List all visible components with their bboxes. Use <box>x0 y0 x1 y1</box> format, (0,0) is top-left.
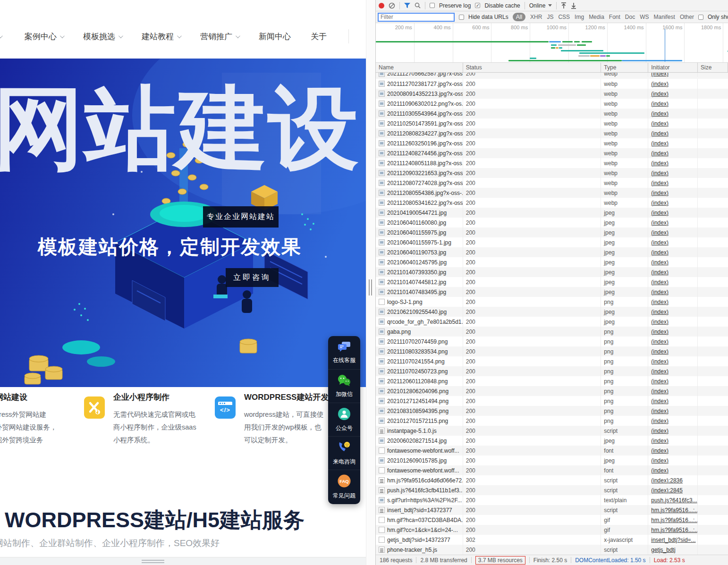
request-row[interactable]: 2021060401160080.jpg200jpeg(index) <box>376 218 728 228</box>
panel-splitter[interactable] <box>366 0 375 565</box>
request-row[interactable]: insert_bdtj?sid=14372377200scripthm.js?9… <box>376 505 728 515</box>
splitter-handle[interactable] <box>369 279 373 297</box>
contact-menu-item[interactable]: 来电咨询 <box>328 437 360 470</box>
request-initiator-link[interactable]: (index) <box>651 457 669 464</box>
request-row[interactable]: 2021112408274456.jpg?x-oss...200webp(ind… <box>376 148 728 158</box>
request-row[interactable]: 2021110803283534.png200png(index) <box>376 346 728 356</box>
request-row[interactable]: 2021060401155975.jpg200jpeg(index) <box>376 228 728 237</box>
request-row[interactable]: 2021110305543964.jpg?x-oss...200webp(ind… <box>376 109 728 118</box>
network-overview-timeline[interactable]: 200 ms400 ms600 ms800 ms1000 ms1200 ms14… <box>376 23 728 63</box>
request-row[interactable]: qrcode_for_gh_7e801a2b5d1...200jpeg(inde… <box>376 317 728 327</box>
contact-menu-item[interactable]: FAQ常见问题 <box>328 470 360 504</box>
request-initiator-link[interactable]: push.js?6416fc3... <box>651 497 697 504</box>
column-header-status[interactable]: Status <box>463 63 601 72</box>
request-initiator-link[interactable]: (index) <box>651 309 669 315</box>
request-row[interactable]: push.js?6416fc3cfb411b1ef3...200script(i… <box>376 485 728 495</box>
request-initiator-link[interactable]: (index) <box>651 289 669 295</box>
request-row[interactable]: getjs_bdtj?sid=14372377302x-javascriptin… <box>376 535 728 545</box>
request-initiator-link[interactable]: hm.js?9fa9516...:... <box>651 527 698 533</box>
column-header-size[interactable]: Size <box>698 63 728 72</box>
request-initiator-link[interactable]: (index) <box>651 398 669 405</box>
request-row[interactable]: instantpage-5.1.0.js200script(index) <box>376 426 728 436</box>
disable-cache-checkbox[interactable]: ✓ <box>475 3 480 8</box>
request-row[interactable]: phone-tracker_h5.js200scriptgetjs_bdtj <box>376 545 728 555</box>
throttling-dropdown[interactable]: Online <box>529 2 552 9</box>
request-row[interactable]: 2021110702450723.png200png(index) <box>376 366 728 376</box>
request-initiator-link[interactable]: hm.js?9fa9516...:... <box>651 507 698 514</box>
request-initiator-link[interactable]: (index) <box>651 200 669 206</box>
request-initiator-link[interactable]: (index) <box>651 160 669 167</box>
resource-type-filter-manifest[interactable]: Manifest <box>654 14 675 20</box>
request-initiator-link[interactable]: (index) <box>651 378 669 385</box>
request-initiator-link[interactable]: (index) <box>651 329 669 335</box>
page-scroll-handle[interactable] <box>142 560 164 565</box>
request-row[interactable]: 2021120807274028.jpg?x-oss...200webp(ind… <box>376 178 728 188</box>
request-initiator-link[interactable]: (index) <box>651 229 669 236</box>
request-initiator-link[interactable]: (index) <box>651 140 669 147</box>
request-row[interactable]: 2020060208271514.jpg200jpeg(index) <box>376 436 728 446</box>
preserve-log-checkbox[interactable] <box>430 3 435 8</box>
resource-type-filter-all[interactable]: All <box>513 13 525 21</box>
request-row[interactable]: 2020080914352213.jpg?x-oss...200webp(ind… <box>376 89 728 99</box>
request-row[interactable]: 2021012806204096.png200png(index) <box>376 386 728 396</box>
request-row[interactable]: 2021012609015785.jpg200jpeg(index) <box>376 455 728 465</box>
request-initiator-link[interactable]: (index) <box>651 438 669 444</box>
record-button[interactable] <box>379 3 384 8</box>
request-initiator-link[interactable]: (index) <box>651 190 669 196</box>
request-initiator-link[interactable]: (index) <box>651 447 669 454</box>
request-row[interactable]: 2021112603250196.jpg?x-oss...200webp(ind… <box>376 138 728 148</box>
export-har-icon[interactable] <box>571 2 576 9</box>
nav-item[interactable]: 关于 <box>311 31 327 42</box>
request-row[interactable]: 2021120805341622.jpg?x-oss...200webp(ind… <box>376 198 728 208</box>
request-row[interactable]: 2021110906302012.png?x-os...200webp(inde… <box>376 99 728 109</box>
request-row[interactable]: 2021012712451494.png200png(index) <box>376 396 728 406</box>
resource-type-filter-font[interactable]: Font <box>609 14 620 20</box>
request-initiator-link[interactable]: (index) <box>651 259 669 266</box>
request-initiator-link[interactable]: (index) <box>651 428 669 434</box>
request-initiator-link[interactable]: (index) <box>651 101 669 107</box>
request-initiator-link[interactable]: (index) <box>651 91 669 97</box>
request-row[interactable]: hm.gif?cc=1&ck=1&cl=24-...200gifhm.js?9f… <box>376 525 728 535</box>
request-row[interactable]: 2021060401155975-1.jpg200jpeg(index) <box>376 237 728 247</box>
request-row[interactable]: 2021041900544721.jpg200jpeg(index) <box>376 208 728 218</box>
request-row[interactable]: fontawesome-webfont.woff...200font(index… <box>376 446 728 455</box>
resource-type-filter-ws[interactable]: WS <box>640 14 649 20</box>
request-initiator-link[interactable]: (index) <box>651 348 669 355</box>
resource-type-filter-doc[interactable]: Doc <box>625 14 635 20</box>
request-row[interactable]: 2021062109255440.jpg200jpeg(index) <box>376 307 728 317</box>
request-row[interactable]: 2021060401245795.jpg200jpeg(index) <box>376 257 728 267</box>
request-initiator-link[interactable]: (index) <box>651 467 669 474</box>
request-initiator-link[interactable]: (index) <box>651 219 669 226</box>
request-row[interactable]: gaba.png200png(index) <box>376 327 728 337</box>
request-initiator-link[interactable]: (index) <box>651 388 669 395</box>
request-initiator-link[interactable]: (index) <box>651 299 669 305</box>
filter-icon[interactable] <box>404 3 410 8</box>
request-initiator-link[interactable]: (index) <box>651 249 669 256</box>
request-row[interactable]: fontawesome-webfont.woff...200font(index… <box>376 465 728 475</box>
hide-data-urls-checkbox[interactable] <box>459 15 464 20</box>
nav-item[interactable]: 营销推广 <box>200 31 239 42</box>
hero-cta-button[interactable]: 立即咨询 <box>226 268 279 287</box>
column-header-name[interactable]: Name <box>376 63 463 72</box>
request-row[interactable]: 2021083108594395.png200png(index) <box>376 406 728 416</box>
resource-type-filter-css[interactable]: CSS <box>558 14 570 20</box>
nav-item-partial[interactable] <box>0 35 5 38</box>
request-initiator-link[interactable]: (index) <box>651 269 669 276</box>
request-row[interactable]: 2021101407393350.jpg200jpeg(index) <box>376 267 728 277</box>
request-initiator-link[interactable]: (index) <box>651 110 669 117</box>
request-initiator-link[interactable]: (index) <box>651 368 669 375</box>
nav-item[interactable]: 模板挑选 <box>83 31 122 42</box>
resource-type-filter-media[interactable]: Media <box>589 14 604 20</box>
resource-type-filter-xhr[interactable]: XHR <box>530 14 542 20</box>
request-row[interactable]: 2021101407445812.jpg200jpeg(index) <box>376 277 728 287</box>
request-initiator-link[interactable]: (index) <box>651 130 669 137</box>
request-row[interactable]: 202111070241554.png200png(index) <box>376 356 728 366</box>
request-initiator-link[interactable]: insert_bdtj?sid=... <box>651 537 695 543</box>
request-initiator-link[interactable]: (index) <box>651 279 669 286</box>
nav-item[interactable]: 新闻中心 <box>259 31 291 42</box>
filter-input[interactable] <box>378 13 455 22</box>
request-initiator-link[interactable]: (index) <box>651 120 669 127</box>
request-row[interactable]: hm.js?9fa9516cd4d6d066e72...200script(in… <box>376 475 728 485</box>
resource-type-filter-img[interactable]: Img <box>575 14 584 20</box>
request-row[interactable]: s.gif?url=https%3A%2F%2F...200text/plain… <box>376 495 728 505</box>
